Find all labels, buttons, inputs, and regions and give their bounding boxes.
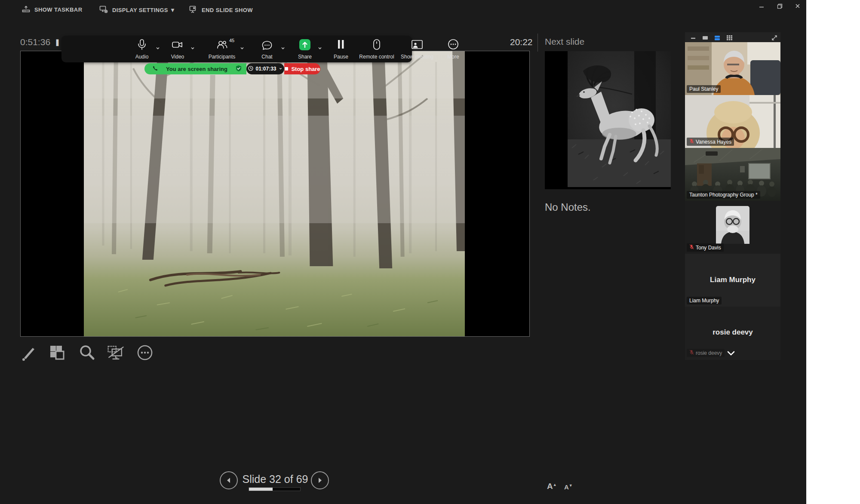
- muted-mic-icon: [689, 138, 694, 145]
- sharing-status-segment: You are screen sharing: [144, 63, 246, 74]
- previous-slide-button[interactable]: [220, 471, 238, 489]
- chat-options-chevron[interactable]: [280, 45, 286, 50]
- participant-tile-tony-davis[interactable]: Tony Davis: [685, 201, 780, 254]
- chat-icon: [261, 39, 273, 52]
- speaker-view-icon[interactable]: [702, 34, 708, 42]
- restore-button[interactable]: [772, 1, 787, 11]
- pause-label: Pause: [334, 54, 348, 60]
- presenter-window: SHOW TASKBAR DISPLAY SETTINGS ▼ END SLID…: [0, 0, 806, 504]
- clock-time: 20:22: [510, 37, 533, 47]
- participant-name-label: Tony Davis: [687, 243, 724, 252]
- zoom-meeting-toolbar: Audio Video 45 Participants Chat: [61, 36, 412, 62]
- show-meeting-button[interactable]: Show meeting: [398, 39, 436, 60]
- expand-panel-icon[interactable]: [771, 34, 778, 43]
- elapsed-timer: 0:51:36: [20, 37, 50, 47]
- slide-progress-fill: [249, 488, 273, 491]
- scroll-more-participants-chevron[interactable]: [726, 350, 736, 358]
- current-slide[interactable]: [20, 51, 530, 337]
- end-slide-show-button[interactable]: END SLIDE SHOW: [188, 5, 253, 15]
- audio-button[interactable]: Audio: [123, 39, 161, 60]
- stop-square-icon: [284, 66, 289, 72]
- participants-options-chevron[interactable]: [240, 45, 245, 50]
- show-taskbar-button[interactable]: SHOW TASKBAR: [22, 5, 82, 14]
- participant-tile-taunton-photography-group[interactable]: Taunton Photography Group *: [685, 148, 780, 201]
- more-label: More: [447, 54, 459, 60]
- pause-share-button[interactable]: Pause: [322, 39, 360, 60]
- muted-mic-icon: [689, 244, 694, 251]
- participant-display-name: rosie deevy: [685, 328, 780, 337]
- remote-control-button[interactable]: Remote control: [357, 39, 396, 60]
- show-taskbar-label: SHOW TASKBAR: [34, 6, 82, 13]
- video-button[interactable]: Video: [158, 39, 197, 60]
- shield-check-icon: [235, 65, 242, 73]
- show-meeting-icon: [410, 39, 424, 52]
- participant-tile-rosie-deevy[interactable]: rosie deevy rosie deevy: [685, 307, 780, 359]
- deer-photo: [568, 51, 671, 187]
- participants-label: Participants: [209, 54, 236, 60]
- display-settings-label: DISPLAY SETTINGS ▼: [112, 7, 175, 13]
- muted-mic-icon: [689, 350, 694, 356]
- participant-tile-liam-murphy[interactable]: Liam Murphy Liam Murphy: [685, 254, 780, 307]
- pen-tool-button[interactable]: [19, 343, 39, 363]
- participants-video-panel: Paul Stanley Vanessa Hayes: [685, 32, 780, 360]
- phone-icon: [152, 65, 158, 73]
- clock-icon: [248, 66, 253, 72]
- video-camera-icon: [171, 39, 184, 52]
- video-options-chevron[interactable]: [190, 45, 195, 50]
- zoom-into-slide-button[interactable]: [77, 343, 97, 363]
- stop-share-button[interactable]: Stop share: [284, 63, 320, 74]
- screen-sharing-bar: You are screen sharing 01:07:33 Stop sha…: [144, 63, 320, 74]
- participants-icon: [216, 39, 228, 52]
- pane-divider: [538, 34, 538, 52]
- minimize-button[interactable]: [754, 1, 769, 11]
- increase-text-size-button[interactable]: A▲: [547, 482, 557, 491]
- audio-label: Audio: [135, 54, 149, 60]
- panel-minimize-icon[interactable]: [690, 34, 696, 42]
- taskbar-icon: [22, 5, 31, 14]
- participants-count-badge: 45: [229, 38, 234, 43]
- participant-tile-paul-stanley[interactable]: Paul Stanley: [685, 42, 780, 95]
- share-screen-icon: [299, 39, 311, 52]
- stop-share-label: Stop share: [291, 66, 320, 72]
- chat-button[interactable]: Chat: [248, 39, 286, 60]
- decrease-text-size-button[interactable]: A▼: [564, 483, 573, 491]
- participant-name-label: rosie deevy: [687, 349, 725, 357]
- sharing-timer: 01:07:33: [255, 66, 276, 72]
- participant-name-label: Taunton Photography Group *: [687, 191, 760, 199]
- display-settings-icon: [99, 5, 108, 15]
- microphone-icon: [136, 39, 147, 52]
- slide-counter: Slide 32 of 69: [241, 473, 310, 486]
- video-label: Video: [171, 54, 184, 60]
- participants-button[interactable]: 45 Participants: [203, 39, 241, 60]
- strip-view-icon[interactable]: [714, 34, 720, 42]
- more-ellipsis-icon: [447, 39, 459, 52]
- participant-name-label: Paul Stanley: [687, 85, 721, 93]
- end-slide-show-label: END SLIDE SHOW: [202, 7, 253, 13]
- notes-text: No Notes.: [545, 201, 591, 213]
- close-button[interactable]: [790, 1, 805, 11]
- end-slideshow-icon: [188, 5, 198, 15]
- screen: SHOW TASKBAR DISPLAY SETTINGS ▼ END SLID…: [0, 0, 860, 504]
- sharing-message: You are screen sharing: [158, 66, 235, 72]
- gallery-view-icon[interactable]: [726, 34, 733, 42]
- remote-control-label: Remote control: [359, 54, 394, 60]
- sharing-timer-dropdown[interactable]: 01:07:33: [246, 63, 284, 74]
- display-settings-button[interactable]: DISPLAY SETTINGS ▼: [99, 5, 175, 15]
- share-button[interactable]: Share: [286, 39, 324, 60]
- more-slideshow-options-button[interactable]: [135, 343, 155, 363]
- next-slide-label: Next slide: [545, 37, 584, 47]
- participant-tile-vanessa-hayes[interactable]: Vanessa Hayes: [685, 95, 780, 148]
- participant-name-label: Liam Murphy: [687, 297, 722, 304]
- more-button[interactable]: More: [434, 39, 473, 60]
- share-label: Share: [298, 54, 312, 60]
- remote-control-icon: [372, 39, 381, 52]
- video-panel-header: [685, 32, 780, 42]
- sharing-timer-chevron: [279, 66, 283, 72]
- next-slide-button[interactable]: [311, 471, 329, 489]
- next-slide-thumbnail[interactable]: [545, 51, 671, 189]
- black-screen-button[interactable]: [106, 343, 126, 363]
- chat-label: Chat: [261, 54, 272, 60]
- pause-icon: [336, 39, 346, 52]
- see-all-slides-button[interactable]: [47, 343, 67, 363]
- show-meeting-label: Show meeting: [401, 54, 433, 60]
